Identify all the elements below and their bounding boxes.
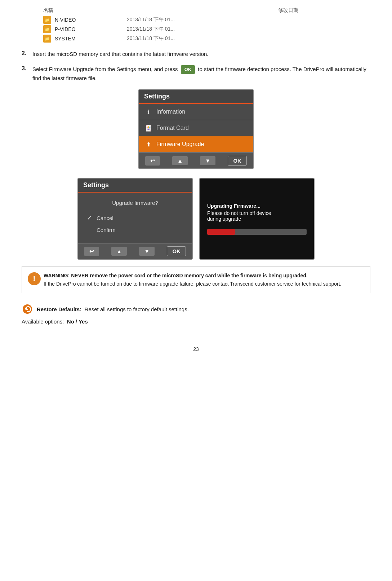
upgrading-text2: Please do not turn off device [207,210,271,216]
settings-item-information-label: Information [156,109,185,115]
file-row: 📁 N-VIDEO 2013/11/18 下午 01... [43,16,370,24]
cancel-check-icon: ✓ [87,214,92,222]
upgrade-option-confirm: Confirm [83,224,187,236]
warning-triangle-icon: ! [28,272,41,285]
file-name-2: P-VIDEO [55,26,127,32]
nav-down-button[interactable]: ▼ [200,156,215,165]
options-label: Available options: [22,318,64,325]
restore-line: Restore Defaults: Reset all settings to … [22,303,370,315]
upgrade-option-cancel: ✓ Cancel [83,212,187,224]
upgrade-confirm-title: Settings [78,179,192,193]
warning-box: ! WARNING: NEVER remove the power cord o… [22,266,370,293]
upgrade-nav-up[interactable]: ▲ [111,247,127,256]
upgrade-prompt-text: Upgrade firmware? [83,200,187,206]
options-values: No / Yes [65,318,88,325]
information-icon: ℹ [144,107,153,116]
upgrade-confirm-body: Upgrade firmware? ✓ Cancel Confirm [78,193,192,243]
confirm-check-placeholder [87,226,92,234]
two-panel-screenshots: Settings Upgrade firmware? ✓ Cancel Conf… [22,178,370,260]
file-table-header: 名稱 修改日期 [43,7,370,14]
cancel-label: Cancel [97,215,113,221]
file-icon-1: 📁 [43,16,51,24]
file-table: 名稱 修改日期 📁 N-VIDEO 2013/11/18 下午 01... 📁 … [43,7,370,43]
ok-button-inline: OK [181,65,195,74]
upgrade-confirm-panel: Settings Upgrade firmware? ✓ Cancel Conf… [77,178,193,260]
upgrade-nav-bar: ↩ ▲ ▼ OK [78,243,192,259]
settings-title: Settings [139,90,253,104]
restore-defaults-section: Restore Defaults: Reset all settings to … [22,303,370,325]
confirm-label: Confirm [97,227,116,233]
progress-bar-fill [207,229,235,235]
settings-item-format-card: 🃏 Format Card [139,120,253,136]
warning-text-content: WARNING: NEVER remove the power cord or … [44,272,341,288]
warning-normal-text: If the DrivePro cannot be turned on due … [44,281,341,287]
upgrade-nav-down[interactable]: ▼ [139,247,155,256]
upgrading-line1: Upgrading Firmware... [207,203,307,209]
step-3-text1: Select Firmware Upgrade from the Setting… [32,66,178,72]
upgrading-panel: Upgrading Firmware... Please do not turn… [199,178,315,260]
file-icon-2: 📁 [43,25,51,33]
restore-label-bold: Restore Defaults: [37,306,81,312]
file-icon-3: 📁 [43,35,51,43]
file-row: 📁 P-VIDEO 2013/11/18 下午 01... [43,25,370,33]
options-values-text: No / Yes [67,318,88,325]
upgrading-line2: Please do not turn off device during upg… [207,210,307,222]
restore-label-text: Restore Defaults: Reset all settings to … [37,306,189,312]
settings-nav-bar: ↩ ▲ ▼ OK [139,153,253,168]
warning-bold-text: WARNING: NEVER remove the power cord or … [44,273,308,278]
step-2-number: 2. [22,50,32,57]
restore-svg-icon [22,304,33,314]
step-3: 3. Select Firmware Upgrade from the Sett… [22,65,370,83]
file-row: 📁 SYSTEM 2013/11/18 下午 01... [43,35,370,43]
nav-ok-button[interactable]: OK [228,156,247,166]
available-options-line: Available options: No / Yes [22,318,370,325]
progress-bar-background [207,229,307,235]
file-date-2: 2013/11/18 下午 01... [127,26,175,32]
col-date-header: 修改日期 [278,7,298,14]
settings-screenshot-large: Settings ℹ Information 🃏 Format Card ⬆ F… [22,89,370,169]
col-name-header: 名稱 [43,7,53,14]
restore-desc-text: Reset all settings to factory default se… [85,306,189,312]
firmware-upgrade-icon: ⬆ [144,140,153,149]
settings-item-firmware-upgrade: ⬆ Firmware Upgrade [139,136,253,153]
format-card-icon: 🃏 [144,124,153,132]
settings-item-information: ℹ Information [139,104,253,120]
page-number: 23 [22,346,370,352]
upgrading-text3: during upgrade [207,216,241,222]
file-name-3: SYSTEM [55,36,127,41]
settings-menu: Settings ℹ Information 🃏 Format Card ⬆ F… [138,89,254,169]
upgrade-nav-ok[interactable]: OK [167,246,186,256]
settings-item-format-label: Format Card [156,125,189,131]
file-date-1: 2013/11/18 下午 01... [127,17,175,23]
file-date-3: 2013/11/18 下午 01... [127,35,175,42]
file-name-1: N-VIDEO [55,17,127,23]
step-2-content: Insert the microSD memory card that cont… [32,50,370,58]
nav-up-button[interactable]: ▲ [172,156,188,165]
settings-item-firmware-label: Firmware Upgrade [156,141,204,148]
warning-icon-wrapper: ! [28,272,44,285]
step-3-content: Select Firmware Upgrade from the Setting… [32,65,370,83]
nav-back-button[interactable]: ↩ [145,156,160,166]
step-3-number: 3. [22,65,32,72]
restore-icon [22,303,33,315]
step-2: 2. Insert the microSD memory card that c… [22,50,370,58]
upgrade-nav-back[interactable]: ↩ [84,247,99,256]
